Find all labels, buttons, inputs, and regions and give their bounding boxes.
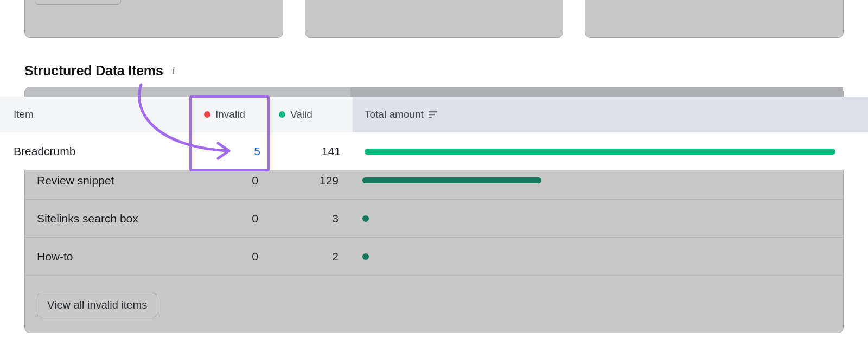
highlight-strip: Item Invalid Valid Total amount Breadcru… bbox=[0, 97, 868, 170]
cell-invalid: 0 bbox=[193, 250, 275, 263]
invalid-dot-icon bbox=[204, 111, 210, 118]
cell-valid: 129 bbox=[275, 174, 350, 187]
cell-item: How-to bbox=[25, 250, 193, 263]
col-invalid[interactable]: Invalid bbox=[195, 108, 277, 120]
summary-card bbox=[585, 0, 844, 38]
col-valid[interactable]: Valid bbox=[277, 108, 353, 120]
cell-invalid: 0 bbox=[193, 174, 275, 187]
col-total[interactable]: Total amount bbox=[353, 97, 868, 132]
summary-card: View full report bbox=[24, 0, 283, 38]
cell-valid: 141 bbox=[277, 145, 353, 158]
summary-card bbox=[305, 0, 564, 38]
info-icon[interactable]: i bbox=[169, 66, 178, 76]
svg-rect-4 bbox=[429, 114, 435, 115]
cell-bar bbox=[353, 149, 868, 155]
cell-bar bbox=[350, 253, 843, 259]
view-all-invalid-button[interactable]: View all invalid items bbox=[37, 293, 157, 317]
cell-item: Sitelinks search box bbox=[25, 212, 193, 225]
table-row[interactable]: How-to02 bbox=[25, 237, 843, 275]
svg-rect-3 bbox=[429, 111, 437, 112]
cell-invalid[interactable]: 5 bbox=[195, 145, 277, 158]
sort-desc-icon bbox=[429, 111, 437, 118]
cell-bar bbox=[350, 177, 843, 183]
valid-dot-icon bbox=[279, 111, 285, 118]
section-title: Structured Data Items bbox=[24, 63, 163, 79]
col-invalid-label: Invalid bbox=[215, 108, 245, 120]
summary-cards-row: View full report bbox=[24, 0, 844, 38]
view-full-report-button[interactable]: View full report bbox=[35, 0, 121, 5]
cell-valid: 3 bbox=[275, 212, 350, 225]
svg-rect-5 bbox=[429, 117, 432, 118]
cell-valid: 2 bbox=[275, 250, 350, 263]
cell-item: Review snippet bbox=[25, 174, 193, 187]
table-row[interactable]: Breadcrumb5141 bbox=[0, 132, 868, 170]
cell-item: Breadcrumb bbox=[14, 145, 195, 158]
table-row[interactable]: Sitelinks search box03 bbox=[25, 199, 843, 237]
cell-bar bbox=[350, 215, 843, 221]
col-total-label: Total amount bbox=[365, 108, 424, 120]
cell-invalid: 0 bbox=[193, 212, 275, 225]
col-item[interactable]: Item bbox=[14, 108, 195, 120]
col-valid-label: Valid bbox=[290, 108, 312, 120]
